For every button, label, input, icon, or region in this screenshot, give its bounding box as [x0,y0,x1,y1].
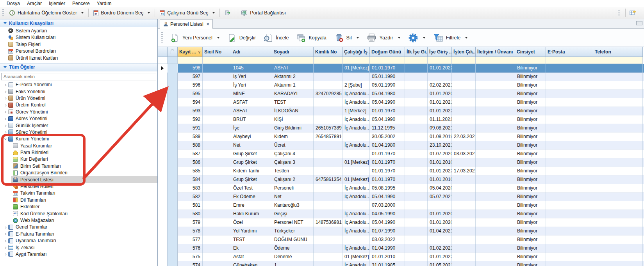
cell-adi[interactable]: İşe [231,124,272,133]
cell-soyadi[interactable]: Kıdem [272,133,314,141]
filter-cell-adi[interactable] [231,57,272,64]
column-header-calistigi[interactable]: Çalıştığı İş ... [343,47,370,57]
cell-telefon[interactable] [593,115,643,124]
column-header-soyadi[interactable]: Soyadı [272,47,314,57]
sidebar-item-ürün-yönetimi[interactable]: ›Ürün Yönetimi [0,95,157,101]
cell-sicil[interactable] [203,141,231,150]
row-indicator[interactable] [158,261,168,266]
table-row-592[interactable]: 592BRÜTKİŞİİç Anadolu...05.04.199001.11.… [158,115,644,124]
filter-cell-ise_giris[interactable] [428,57,452,64]
row-indicator[interactable] [158,150,168,158]
cell-isten_cik[interactable] [452,244,476,253]
cell-iletisim[interactable] [476,218,515,227]
cell-soyadi[interactable]: TEST [272,98,314,107]
cell-telefon[interactable] [593,184,643,193]
cell-iletisim[interactable] [476,98,515,107]
sidebar-item-dil-tanımları[interactable]: Dil Tanımları [0,197,157,203]
cell-telefon[interactable] [593,193,643,201]
row-indicator[interactable] [158,218,168,227]
shortcuts-section-header[interactable]: Kullanıcı Kısayolları [0,19,157,27]
cell-telefon[interactable] [593,158,643,167]
cell-ilk_ise[interactable] [405,193,428,201]
column-header-kayit[interactable]: Kayıt ...∨ [178,47,203,57]
row-pin-cell[interactable] [168,107,178,115]
row-pin-cell[interactable] [168,167,178,176]
cell-kimlik[interactable]: 32470292852 [314,90,343,98]
cell-kimlik[interactable] [314,184,343,193]
cell-sicil[interactable] [203,73,231,81]
cell-kayit[interactable]: 581 [178,201,203,210]
cell-adi[interactable]: Günebakan [231,261,272,266]
cell-adi[interactable]: Ek Ödeme [231,193,272,201]
table-row-577[interactable]: 577TESTDOĞUM GÜNÜ03.03.2022Bilinmiyor [158,236,644,244]
cell-calistigi[interactable]: 01 [Merkez] [343,64,370,73]
cell-ilk_ise[interactable] [405,236,428,244]
filter-cell-iletisim[interactable] [476,57,515,64]
row-pin-cell[interactable] [168,141,178,150]
cell-ise_giris[interactable]: 01.02.2021 [428,244,452,253]
chevron-collapsed-icon[interactable]: › [3,96,8,101]
sidebar-item-personel-listesi[interactable]: Personel Listesi [0,176,157,183]
cell-cinsiyet[interactable]: Bilinmiyor [515,193,546,201]
menu-item-i-şlemler[interactable]: İşlemler [45,1,69,6]
chevron-collapsed-icon[interactable]: › [3,238,8,243]
sidebar-item-aygıt-tanımları[interactable]: ›Aygıt Tanımları [0,251,157,257]
cell-dogum[interactable]: 01.01.1970 [370,64,405,73]
cell-adi[interactable]: İş Yeri [231,81,272,90]
cell-isten_cik[interactable] [452,201,476,210]
export-button[interactable] [221,8,234,18]
cell-soyadi[interactable]: 1 [272,261,314,266]
row-indicator[interactable] [158,124,168,133]
cell-ise_giris[interactable]: 01.01.2020 [428,210,452,218]
menu-item-pencere[interactable]: Pencere [69,1,93,6]
cell-kayit[interactable]: 582 [178,193,203,201]
cell-ise_giris[interactable]: 01.01.2022 [428,107,452,115]
cell-kayit[interactable]: 586 [178,158,203,167]
filter-cell-indicator[interactable] [158,57,168,64]
cell-telefon[interactable] [593,218,643,227]
cell-kimlik[interactable] [314,201,343,210]
print-button[interactable]: Yazdır [363,31,404,45]
cell-ilk_ise[interactable] [405,150,428,158]
cell-adi[interactable]: Haklı Kurum [231,210,272,218]
table-row-581[interactable]: 581EmreKantaroğlu307.03.2000Bilinmiyor [158,201,644,210]
cell-soyadi[interactable]: İLKDOĞAN [272,107,314,115]
cell-ilk_ise[interactable] [405,124,428,133]
cell-calistigi[interactable] [343,167,370,176]
column-header-telefon[interactable]: Telefon [593,47,643,57]
cell-telefon[interactable] [593,244,643,253]
cell-ilk_ise[interactable] [405,253,428,261]
settings-button[interactable] [404,31,429,45]
column-header-cinsiyet[interactable]: Cinsiyet [515,47,546,57]
shortcut-personel-bordroları[interactable]: Personel Bordroları [0,48,157,55]
cell-iletisim[interactable] [476,193,515,201]
cell-kimlik[interactable] [314,158,343,167]
cell-ise_giris[interactable]: 01.01.2022 [428,64,452,73]
cell-calistigi[interactable]: İç Anadolu... [343,244,370,253]
cell-ilk_ise[interactable] [405,64,428,73]
menu-item-araçlar[interactable]: Araçlar [23,1,45,6]
cell-isten_cik[interactable] [452,73,476,81]
sidebar-item-kurum-yönetimi[interactable]: ›Kurum Yönetimi [0,136,157,142]
cell-soyadi[interactable]: KİŞİ [272,115,314,124]
filter-cell-soyadi[interactable] [272,57,314,64]
cell-iletisim[interactable] [476,184,515,193]
sidebar-item-faks-yönetimi[interactable]: ›Faks Yönetimi [0,88,157,95]
cell-soyadi[interactable]: KARADAYI [272,90,314,98]
cell-calistigi[interactable]: İç Anadolu... [343,184,370,193]
row-indicator[interactable] [158,73,168,81]
chevron-collapsed-icon[interactable]: › [3,123,8,128]
sidebar-item-kur-değerleri[interactable]: Kur Değerleri [0,156,157,163]
cell-iletisim[interactable] [476,124,515,133]
cell-cinsiyet[interactable]: Bilinmiyor [515,107,546,115]
cell-iletisim[interactable] [476,73,515,81]
cell-cinsiyet[interactable]: Bilinmiyor [515,253,546,261]
cell-isten_cik[interactable] [452,176,476,184]
row-pin-cell[interactable] [168,193,178,201]
row-indicator[interactable] [158,244,168,253]
cell-isten_cik[interactable] [452,184,476,193]
cell-cinsiyet[interactable]: Bilinmiyor [515,115,546,124]
row-indicator[interactable] [158,227,168,236]
cell-kayit[interactable]: 574 [178,261,203,266]
cell-kimlik[interactable] [314,107,343,115]
